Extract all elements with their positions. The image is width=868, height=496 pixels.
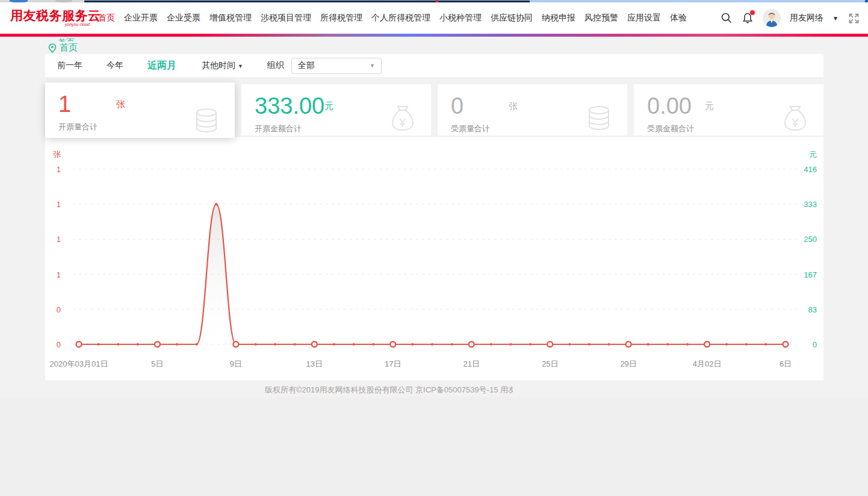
stat-unit: 元 (705, 101, 714, 112)
svg-text:元: 元 (809, 150, 817, 159)
menu-item-home[interactable]: 首页 (98, 13, 115, 23)
menu-item-nav[interactable]: 所得税管理 (320, 13, 362, 23)
copyright-footer: 版权所有©2019用友网络科技股份有限公司 京ICP备05007539号-15 … (265, 385, 513, 395)
summary-stats-row: 1张开票量合计333.00元开票金额合计0张受票量合计0.00元受票金额合计 (45, 84, 823, 135)
svg-text:167: 167 (804, 270, 817, 279)
notification-bell-icon[interactable] (742, 12, 754, 24)
svg-text:0: 0 (57, 340, 61, 349)
svg-text:张: 张 (53, 150, 61, 159)
stat-card-2[interactable]: 0张受票量合计 (438, 84, 627, 135)
menu-item-nav[interactable]: 企业开票 (124, 13, 158, 23)
series-markers (76, 203, 789, 347)
app-logo[interactable]: 用友税务服务云 yonyou cloud (10, 9, 90, 27)
user-name[interactable]: 用友网络 (790, 13, 823, 23)
stat-value: 1 (58, 92, 116, 116)
svg-text:1: 1 (57, 165, 61, 174)
svg-text:4月02日: 4月02日 (693, 359, 722, 368)
svg-text:5日: 5日 (151, 359, 163, 368)
invoice-trend-chart-card: 001111083167250333416张元2020年03月01日5日9日13… (45, 137, 823, 380)
svg-text:6日: 6日 (780, 359, 792, 368)
stat-unit: 元 (324, 101, 333, 112)
svg-text:2020年03月01日: 2020年03月01日 (50, 359, 108, 368)
left-axis-labels: 001111 (57, 165, 61, 349)
stat-value: 0 (451, 94, 509, 118)
time-filter-bar: 前一年 今年 近两月 其他时间 ▼ 组织 全部 ▼ (45, 54, 823, 77)
organization-selected-value: 全部 (298, 60, 315, 71)
menu-item-nav[interactable]: 体验 (670, 13, 687, 23)
logo-title: 用友税务服务云 (10, 9, 90, 22)
stat-card-1[interactable]: 333.00元开票金额合计 (241, 84, 431, 135)
moneybag-icon (781, 104, 809, 132)
top-navigation-bar: 用友税务服务云 yonyou cloud 首页企业开票企业受票增值税管理涉税项目… (0, 2, 868, 34)
menu-item-nav[interactable]: 小税种管理 (439, 13, 482, 23)
menu-item-nav[interactable]: 增值税管理 (209, 13, 252, 23)
coins-icon (585, 104, 613, 132)
menu-item-nav[interactable]: 纳税申报 (542, 13, 575, 23)
x-axis-labels: 2020年03月01日5日9日13日17日21日25日29日4月02日6日 (50, 359, 792, 368)
svg-text:1: 1 (57, 200, 61, 209)
menu-item-nav[interactable]: 供应链协同 (491, 13, 533, 23)
svg-text:0: 0 (813, 340, 817, 349)
svg-text:17日: 17日 (385, 359, 401, 368)
coins-icon (193, 107, 220, 134)
clipped-text-artifact: 首页 (58, 37, 75, 42)
breadcrumb-label: 首页 (60, 42, 78, 54)
chevron-down-icon: ▼ (370, 63, 375, 69)
fullscreen-expand-icon[interactable] (848, 12, 860, 24)
tab-this-year[interactable]: 今年 (107, 60, 123, 71)
stat-value: 333.00 (255, 94, 324, 118)
series-line (79, 204, 786, 344)
organization-select[interactable]: 全部 ▼ (291, 58, 382, 74)
logo-subtitle: yonyou cloud (10, 22, 90, 27)
right-axis-labels: 083167250333416 (804, 165, 817, 349)
stat-unit: 张 (509, 101, 518, 112)
user-avatar[interactable] (763, 9, 781, 27)
svg-text:9日: 9日 (230, 359, 242, 368)
invoice-trend-chart[interactable]: 001111083167250333416张元2020年03月01日5日9日13… (45, 137, 823, 380)
search-icon[interactable] (721, 12, 733, 24)
tab-previous-year[interactable]: 前一年 (57, 60, 82, 71)
svg-text:333: 333 (804, 200, 817, 209)
user-menu-chevron-down-icon[interactable]: ▼ (832, 15, 839, 22)
other-time-label: 其他时间 (202, 60, 235, 70)
organization-label: 组织 (267, 60, 284, 71)
breadcrumb[interactable]: 首页 (48, 42, 78, 54)
tab-last-two-months[interactable]: 近两月 (147, 60, 176, 72)
svg-text:21日: 21日 (463, 359, 479, 368)
moneybag-icon (389, 104, 417, 132)
menu-item-nav[interactable]: 风控预警 (584, 13, 618, 23)
stat-card-0[interactable]: 1张开票量合计 (45, 82, 235, 138)
stat-unit: 张 (116, 99, 125, 110)
svg-text:1: 1 (57, 235, 61, 244)
svg-text:25日: 25日 (542, 359, 558, 368)
main-menu: 首页企业开票企业受票增值税管理涉税项目管理所得税管理个人所得税管理小税种管理供应… (98, 13, 687, 23)
menu-item-nav[interactable]: 企业受票 (167, 13, 200, 23)
header-right-tools: 用友网络 ▼ (721, 9, 860, 27)
svg-text:416: 416 (804, 165, 817, 174)
menu-item-nav[interactable]: 涉税项目管理 (261, 13, 311, 23)
svg-text:83: 83 (808, 305, 817, 314)
menu-item-nav[interactable]: 个人所得税管理 (371, 13, 430, 23)
notification-dot (750, 10, 755, 15)
chevron-down-icon: ▼ (238, 63, 243, 69)
other-time-dropdown[interactable]: 其他时间 ▼ (202, 60, 243, 71)
menu-item-nav[interactable]: 应用设置 (627, 13, 661, 23)
main-content: 首页 首页 前一年 今年 近两月 其他时间 ▼ 组织 全部 ▼ 1张开票量合计3… (0, 37, 868, 397)
svg-text:13日: 13日 (306, 359, 323, 368)
chart-gridlines (73, 169, 799, 344)
stat-card-3[interactable]: 0.00元受票金额合计 (634, 84, 823, 135)
series-area-fill (79, 204, 786, 344)
svg-text:0: 0 (57, 305, 61, 314)
svg-text:250: 250 (804, 235, 817, 244)
stat-value: 0.00 (647, 94, 705, 118)
svg-text:29日: 29日 (620, 359, 636, 368)
location-pin-icon (48, 43, 57, 53)
svg-text:1: 1 (57, 270, 61, 279)
